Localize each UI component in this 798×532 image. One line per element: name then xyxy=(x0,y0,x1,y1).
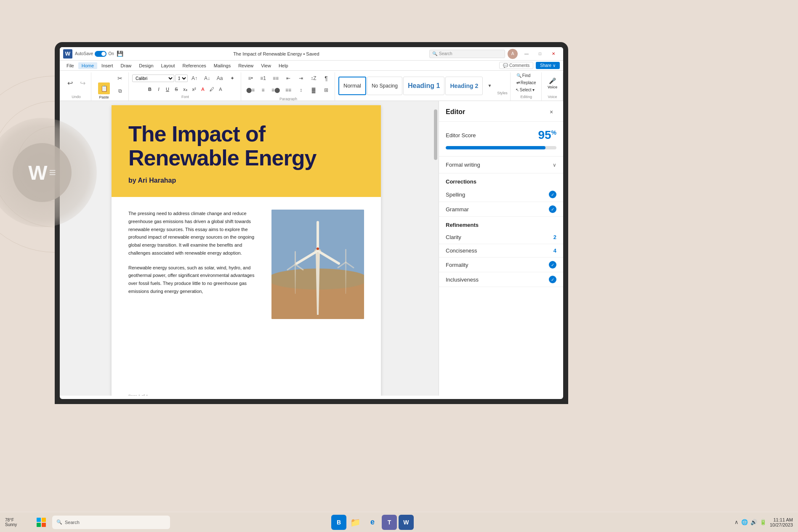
title-search-bar[interactable]: 🔍 Search xyxy=(429,50,505,58)
autosave-toggle[interactable] xyxy=(95,51,106,57)
undo-button[interactable]: ↩ xyxy=(64,77,76,89)
align-right-button[interactable]: ≡⬤ xyxy=(270,84,282,96)
menu-references[interactable]: References xyxy=(179,62,210,69)
score-bar-fill xyxy=(446,146,545,149)
menu-draw[interactable]: Draw xyxy=(117,62,135,69)
conciseness-item[interactable]: Conciseness 4 xyxy=(439,244,563,258)
style-normal-button[interactable]: Normal xyxy=(338,77,366,95)
underline-button[interactable]: U xyxy=(163,85,172,93)
formality-item[interactable]: Formality ✓ xyxy=(439,258,563,272)
window-controls: — □ ✕ xyxy=(520,50,560,58)
start-button[interactable] xyxy=(35,516,48,529)
formal-writing-dropdown[interactable]: Formal writing ∨ xyxy=(439,157,563,173)
bullets-button[interactable]: ≡• xyxy=(245,72,256,84)
decrease-indent-button[interactable]: ⇤ xyxy=(282,72,294,84)
editor-close-button[interactable]: × xyxy=(546,107,556,117)
maximize-button[interactable]: □ xyxy=(534,50,546,58)
bold-button[interactable]: B xyxy=(146,85,154,93)
multilevel-button[interactable]: ≡≡ xyxy=(270,72,282,84)
cut-button[interactable]: ✂ xyxy=(114,72,126,84)
style-heading1-button[interactable]: Heading 1 xyxy=(403,77,444,95)
paste-button[interactable]: 📋 Paste xyxy=(95,80,113,101)
show-marks-button[interactable]: ¶ xyxy=(320,72,332,84)
superscript-button[interactable]: x² xyxy=(190,85,198,93)
tray-up-arrow-icon[interactable]: ∧ xyxy=(734,519,739,525)
change-case-button[interactable]: Aa xyxy=(214,72,226,84)
grammar-item[interactable]: Grammar ✓ xyxy=(439,202,563,217)
strikethrough-button[interactable]: S xyxy=(172,85,181,93)
paste-icon: 📋 xyxy=(98,82,110,94)
font-color-button[interactable]: A xyxy=(199,85,207,93)
menu-file[interactable]: File xyxy=(63,62,77,69)
menu-layout[interactable]: Layout xyxy=(158,62,178,69)
taskbar-clock[interactable]: 11:11 AM 10/27/2023 xyxy=(770,517,793,527)
taskbar-file-explorer[interactable]: 📁 xyxy=(348,515,363,530)
align-center-button[interactable]: ≡ xyxy=(257,84,269,96)
font-size-select[interactable]: 11 xyxy=(175,74,188,82)
save-icon[interactable]: 💾 xyxy=(117,51,123,57)
scrollbar-thumb[interactable] xyxy=(434,109,437,160)
menu-design[interactable]: Design xyxy=(136,62,157,69)
font-grow-button[interactable]: A↑ xyxy=(189,72,200,84)
clipboard-tools: 📋 Paste ✂ ⧉ 🖌 xyxy=(95,72,126,101)
inclusiveness-item[interactable]: Inclusiveness ✓ xyxy=(439,272,563,287)
menu-home[interactable]: Home xyxy=(78,62,97,69)
font-shrink-button[interactable]: A↓ xyxy=(201,72,213,84)
menu-mailings[interactable]: Mailings xyxy=(210,62,234,69)
shading-button[interactable]: ▓ xyxy=(308,84,319,96)
styles-more-button[interactable]: ▼ xyxy=(484,80,495,92)
justify-button[interactable]: ≡≡ xyxy=(282,84,294,96)
menu-insert[interactable]: Insert xyxy=(98,62,117,69)
undo-tools: ↩ ↪ xyxy=(64,72,88,94)
replace-button[interactable]: ⇄ Replace xyxy=(514,80,539,86)
minimize-button[interactable]: — xyxy=(520,50,533,58)
style-heading2-button[interactable]: Heading 2 xyxy=(445,77,483,95)
borders-button[interactable]: ⊞ xyxy=(320,84,332,96)
subscript-button[interactable]: x₂ xyxy=(181,85,189,93)
highlight-button[interactable]: 🖊 xyxy=(207,85,216,93)
conciseness-label: Conciseness xyxy=(446,247,477,254)
taskbar-word[interactable]: W xyxy=(399,515,414,530)
laptop-wrapper: W ≡ W AutoSave On 💾 The Impact of Renewa… xyxy=(55,42,568,421)
tray-battery-icon[interactable]: 🔋 xyxy=(760,519,766,525)
close-button[interactable]: ✕ xyxy=(547,50,560,58)
word-titlebar: W AutoSave On 💾 The Impact of Renewable … xyxy=(60,47,563,61)
taskbar-edge[interactable]: e xyxy=(365,515,380,530)
taskbar-teams[interactable]: T xyxy=(382,515,397,530)
editor-score-section: Editor Score 95% xyxy=(439,122,563,157)
comments-button[interactable]: 💬 Comments xyxy=(499,62,533,69)
share-button[interactable]: Share ∨ xyxy=(536,62,560,69)
line-spacing-button[interactable]: ↕ xyxy=(295,84,307,96)
title-search-placeholder: Search xyxy=(439,51,452,56)
find-button[interactable]: 🔍 Find xyxy=(514,72,533,79)
formality-label: Formality xyxy=(446,262,468,268)
select-chevron-icon: ▾ xyxy=(532,88,535,92)
dictate-button[interactable]: 🎤 Voice xyxy=(545,72,560,94)
menu-help[interactable]: Help xyxy=(275,62,292,69)
font-shade-button[interactable]: A xyxy=(216,85,225,93)
increase-indent-button[interactable]: ⇥ xyxy=(295,72,307,84)
font-name-select[interactable]: Calibri xyxy=(132,74,174,82)
menu-view[interactable]: View xyxy=(258,62,274,69)
doc-scrollbar[interactable] xyxy=(433,101,439,396)
taskbar-search[interactable]: 🔍 Search xyxy=(52,516,170,529)
user-avatar[interactable]: A xyxy=(508,49,518,59)
clarity-item[interactable]: Clarity 2 xyxy=(439,231,563,244)
copy-button[interactable]: ⧉ xyxy=(114,85,126,97)
style-no-spacing-button[interactable]: No Spacing xyxy=(367,77,402,95)
tray-network-icon[interactable]: 🌐 xyxy=(741,519,748,525)
doc-scroll[interactable]: The Impact of Renewable Energy by Ari Ha… xyxy=(60,101,433,396)
clear-format-button[interactable]: ✦ xyxy=(226,72,238,84)
menu-review[interactable]: Review xyxy=(235,62,257,69)
select-button[interactable]: ↖ Select ▾ xyxy=(514,87,536,93)
format-painter-button[interactable]: 🖌 xyxy=(114,98,126,101)
align-left-button[interactable]: ⬤≡ xyxy=(245,84,256,96)
sort-button[interactable]: ↕Z xyxy=(308,72,319,84)
spelling-item[interactable]: Spelling ✓ xyxy=(439,187,563,202)
taskbar-bing-chat[interactable]: B xyxy=(331,515,346,530)
spelling-label: Spelling xyxy=(446,192,465,198)
numbering-button[interactable]: ≡1 xyxy=(257,72,269,84)
italic-button[interactable]: I xyxy=(154,85,163,93)
tray-volume-icon[interactable]: 🔊 xyxy=(750,519,757,525)
redo-button[interactable]: ↪ xyxy=(77,77,88,89)
